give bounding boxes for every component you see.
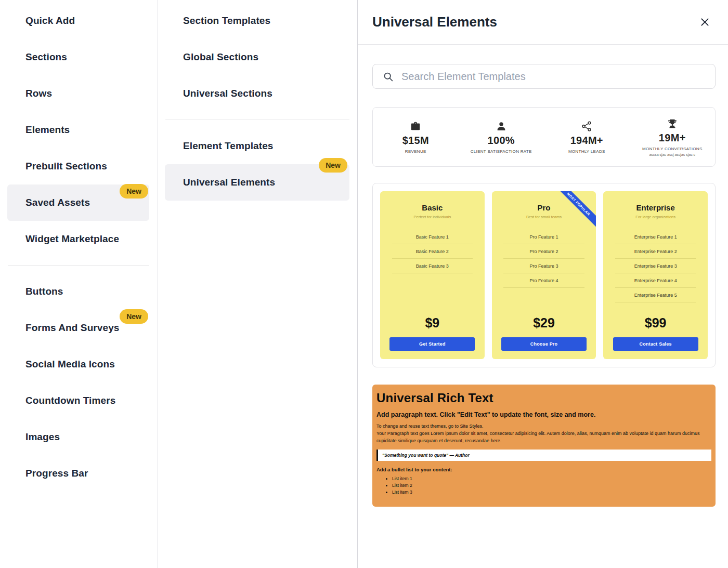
sidebar-item-label: Widget Marketplace — [25, 233, 119, 245]
sidebar-item-label: Social Media Icons — [25, 359, 115, 370]
sidebar-item-label: Forms And Surveys — [25, 322, 120, 334]
contact-sales-button[interactable]: Contact Sales — [613, 337, 698, 351]
plan-name: Pro — [538, 203, 551, 212]
submenu-item-label: Universal Sections — [183, 88, 272, 99]
stat-revenue: $15M REVENUE — [373, 121, 459, 154]
sidebar-item-progress-bar[interactable]: Progress Bar — [7, 455, 149, 492]
plan-features: Basic Feature 1 Basic Feature 2 Basic Fe… — [392, 230, 473, 273]
briefcase-icon — [410, 121, 421, 132]
app-window: Quick Add Sections Rows Elements Prebuil… — [0, 0, 728, 568]
sidebar-item-label: Progress Bar — [25, 468, 88, 479]
sidebar-item-label: Buttons — [25, 286, 63, 297]
submenu-item-section-templates[interactable]: Section Templates — [165, 3, 349, 39]
plan-feature: Enterprise Feature 2 — [615, 244, 696, 259]
sidebar-item-widget-marketplace[interactable]: Widget Marketplace — [7, 221, 149, 257]
choose-pro-button[interactable]: Choose Pro — [501, 337, 587, 351]
panel-header: Universal Elements — [358, 0, 728, 45]
rich-text-lead: Add paragraph text. Click "Edit Text" to… — [376, 411, 711, 418]
sidebar-item-label: Rows — [25, 88, 52, 99]
stat-value: 100% — [488, 135, 515, 147]
sidebar-item-label: Quick Add — [25, 15, 75, 27]
stats-template-card[interactable]: $15M REVENUE 100% CLIENT SATISFACTION RA… — [372, 107, 716, 167]
plan-feature: Enterprise Feature 3 — [615, 259, 696, 273]
sidebar-item-sections[interactable]: Sections — [7, 39, 149, 75]
plan-name: Basic — [422, 203, 443, 212]
rich-text-paragraph: Your Paragraph text goes Lorem ipsum dol… — [376, 430, 711, 445]
submenu-item-label: Global Sections — [183, 51, 258, 63]
list-item: List item 2 — [392, 483, 711, 488]
stat-label: REVENUE — [405, 149, 426, 154]
sidebar-item-label: Saved Assets — [25, 197, 90, 208]
pricing-template-card[interactable]: Basic Perfect for individuals Basic Feat… — [372, 183, 716, 367]
stat-label: MONTHLY CONVERSATIONS — [642, 147, 703, 151]
get-started-button[interactable]: Get Started — [389, 337, 475, 351]
sidebar-item-saved-assets[interactable]: Saved Assets New — [7, 184, 149, 221]
plan-features: Enterprise Feature 1 Enterprise Feature … — [615, 230, 696, 302]
plan-feature: Basic Feature 2 — [392, 244, 473, 259]
plan-feature: Basic Feature 1 — [392, 230, 473, 244]
rich-text-quote: "Something you want to quote" — Author — [376, 450, 711, 461]
submenu-divider — [165, 120, 349, 120]
submenu-item-universal-elements[interactable]: Universal Elements New — [165, 164, 349, 201]
plan-features: Pro Feature 1 Pro Feature 2 Pro Feature … — [503, 230, 584, 288]
plan-feature: Enterprise Feature 1 — [615, 230, 696, 244]
submenu-item-label: Section Templates — [183, 15, 270, 27]
page-title: Universal Elements — [372, 14, 497, 30]
sidebar-item-elements[interactable]: Elements — [7, 112, 149, 148]
submenu-item-label: Element Templates — [183, 140, 273, 152]
plan-subtitle: Best for small teams — [526, 215, 562, 219]
list-item: List item 3 — [392, 490, 711, 495]
trophy-icon — [667, 118, 678, 129]
search-input[interactable] — [401, 71, 707, 83]
secondary-sidebar: Section Templates Global Sections Univer… — [158, 0, 358, 568]
stat-label: CLIENT SATISFACTION RATE — [471, 149, 532, 154]
sidebar-item-social-media-icons[interactable]: Social Media Icons — [7, 346, 149, 382]
sidebar-item-label: Elements — [25, 124, 70, 136]
plan-feature: Pro Feature 1 — [503, 230, 584, 244]
plan-price: $9 — [425, 315, 439, 331]
stat-leads: 194M+ MONTHLY LEADS — [544, 121, 630, 154]
sidebar-item-images[interactable]: Images — [7, 419, 149, 455]
plan-basic: Basic Perfect for individuals Basic Feat… — [380, 191, 485, 359]
rich-text-bullet-intro: Add a bullet list to your content: — [376, 467, 711, 472]
new-badge: New — [319, 158, 347, 173]
sidebar-item-rows[interactable]: Rows — [7, 75, 149, 112]
submenu-item-universal-sections[interactable]: Universal Sections — [165, 75, 349, 112]
sidebar-item-label: Countdown Timers — [25, 395, 115, 406]
plan-price: $99 — [645, 315, 667, 331]
sidebar-item-label: Images — [25, 431, 60, 443]
plan-feature: Enterprise Feature 4 — [615, 273, 696, 288]
sidebar-item-quick-add[interactable]: Quick Add — [7, 3, 149, 39]
rich-text-title: Universal Rich Text — [376, 391, 711, 405]
search-box[interactable] — [372, 64, 716, 89]
stat-conversations: 19M+ MONTHLY CONVERSATIONS ascsa sjac as… — [630, 118, 716, 156]
plan-enterprise: Enterprise For large organizations Enter… — [603, 191, 708, 359]
stat-sublabel: ascsa sjac ascj ascjas sjac c — [649, 153, 695, 156]
most-popular-ribbon: MOST POPULAR — [552, 191, 596, 230]
stat-value: $15M — [402, 135, 429, 147]
sidebar-item-label: Prebuilt Sections — [25, 161, 107, 172]
close-button[interactable] — [697, 15, 712, 30]
stat-value: 19M+ — [659, 132, 686, 144]
plan-name: Enterprise — [636, 203, 675, 212]
stat-satisfaction: 100% CLIENT SATISFACTION RATE — [459, 121, 544, 154]
plan-subtitle: For large organizations — [635, 215, 675, 219]
rich-text-template-card[interactable]: Universal Rich Text Add paragraph text. … — [372, 385, 716, 507]
plan-feature: Pro Feature 3 — [503, 259, 584, 273]
panel-body: $15M REVENUE 100% CLIENT SATISFACTION RA… — [358, 45, 728, 507]
sidebar-item-prebuilt-sections[interactable]: Prebuilt Sections — [7, 148, 149, 184]
submenu-item-global-sections[interactable]: Global Sections — [165, 39, 349, 75]
rich-text-note: To change and reuse text themes, go to S… — [376, 424, 711, 429]
universal-elements-panel: Universal Elements — [358, 0, 728, 568]
new-badge: New — [120, 184, 148, 199]
plan-feature: Pro Feature 4 — [503, 273, 584, 288]
share-nodes-icon — [581, 121, 592, 132]
stat-label: MONTHLY LEADS — [568, 149, 605, 154]
search-icon — [383, 71, 394, 82]
rich-text-bullet-list: List item 1 List item 2 List item 3 — [392, 476, 711, 495]
plan-pro: MOST POPULAR Pro Best for small teams Pr… — [492, 191, 596, 359]
sidebar-item-forms-and-surveys[interactable]: Forms And Surveys New — [7, 310, 149, 346]
sidebar-item-countdown-timers[interactable]: Countdown Timers — [7, 382, 149, 419]
sidebar-item-buttons[interactable]: Buttons — [7, 273, 149, 310]
plan-feature: Enterprise Feature 5 — [615, 288, 696, 302]
